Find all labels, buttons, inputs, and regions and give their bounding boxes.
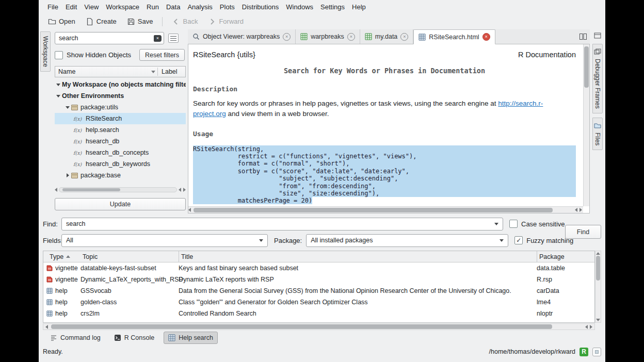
- close-icon[interactable]: ×: [347, 33, 355, 41]
- menu-item-edit[interactable]: Edit: [62, 2, 81, 12]
- r-console-tab[interactable]: R Console: [110, 332, 158, 343]
- close-icon[interactable]: ×: [400, 33, 408, 41]
- chevron-right-icon[interactable]: [64, 173, 71, 177]
- scrollbar-thumb[interactable]: [194, 208, 553, 212]
- tree-item-package-utils[interactable]: package:utils: [55, 102, 186, 113]
- tree-item-help-search[interactable]: f(x) help.search: [55, 124, 186, 136]
- search-results: Type Topic Title Package vi: [43, 249, 601, 330]
- split-view-icon[interactable]: [579, 32, 587, 41]
- column-header-topic[interactable]: Topic: [81, 251, 179, 262]
- menu-item-file[interactable]: File: [44, 2, 62, 12]
- tree-item-rsitesearch[interactable]: f(x) RSiteSearch: [55, 113, 186, 124]
- find-term-combobox[interactable]: search: [61, 218, 503, 231]
- menu-item-plots[interactable]: Plots: [216, 2, 238, 12]
- column-header-title[interactable]: Title: [179, 251, 537, 262]
- tab-object-viewer-warpbreaks[interactable]: Object Viewer: warpbreaks ×: [188, 29, 296, 44]
- debugger-frames-dock-tab[interactable]: Debugger Frames: [592, 44, 603, 113]
- menu-item-workspace[interactable]: Workspace: [102, 2, 143, 12]
- scrollbar-thumb[interactable]: [51, 324, 552, 329]
- forward-button[interactable]: Forward: [204, 16, 248, 27]
- engine-status-icon[interactable]: [592, 348, 601, 356]
- save-button[interactable]: Save: [123, 16, 157, 27]
- doc-vertical-scrollbar[interactable]: [583, 44, 589, 206]
- help-page-icon: [46, 310, 53, 317]
- scrollbar-thumb[interactable]: [584, 46, 589, 88]
- scroll-left-icon[interactable]: [575, 208, 577, 212]
- doc-horizontal-scrollbar[interactable]: [188, 206, 583, 213]
- reset-filters-button[interactable]: Reset filters: [139, 49, 185, 61]
- scroll-left-icon[interactable]: [55, 188, 57, 192]
- menu-item-windows[interactable]: Windows: [282, 2, 317, 12]
- package-combobox[interactable]: All installed packages: [306, 234, 508, 247]
- command-log-tab[interactable]: Command log: [46, 332, 105, 343]
- menu-item-help[interactable]: Help: [348, 2, 369, 12]
- scroll-right-icon[interactable]: [183, 188, 186, 192]
- close-icon[interactable]: ×: [482, 33, 490, 41]
- help-search-tab[interactable]: Help search: [164, 332, 218, 344]
- scrollbar-thumb[interactable]: [62, 188, 120, 191]
- label-column-header[interactable]: Label: [162, 68, 178, 75]
- scroll-up-icon[interactable]: [596, 252, 600, 255]
- result-row[interactable]: vignette Dynamic_LaTeX_reports_with_RSP …: [43, 274, 594, 285]
- chevron-down-icon[interactable]: [55, 84, 62, 86]
- scrollbar-thumb[interactable]: [596, 256, 600, 281]
- menu-item-run[interactable]: Run: [143, 2, 163, 12]
- detach-icon[interactable]: [593, 31, 602, 40]
- menu-item-view[interactable]: View: [81, 2, 102, 12]
- tree-item-hsearch-db[interactable]: f(x) hsearch_db: [55, 136, 186, 147]
- scroll-left-icon[interactable]: [45, 325, 48, 329]
- scroll-left-icon[interactable]: [179, 188, 181, 192]
- scroll-right-icon[interactable]: [590, 325, 592, 329]
- clear-search-icon[interactable]: ×: [154, 35, 162, 42]
- search-input[interactable]: [59, 35, 154, 42]
- fields-combobox[interactable]: All: [61, 234, 268, 247]
- menu-item-analysis[interactable]: Analysis: [184, 2, 216, 12]
- menu-item-distributions[interactable]: Distributions: [238, 2, 283, 12]
- chevron-down-icon[interactable]: [55, 95, 62, 97]
- chevron-down-icon[interactable]: [151, 71, 155, 73]
- tree-item-my-workspace[interactable]: My Workspace (no objects matching filter…: [55, 79, 186, 90]
- results-horizontal-scrollbar[interactable]: [43, 323, 595, 330]
- tree-column-header[interactable]: Name Label: [55, 66, 186, 77]
- column-header-package[interactable]: Package: [537, 251, 594, 262]
- tab-rsitesearch-html[interactable]: RSiteSearch.html ×: [413, 29, 495, 44]
- results-vertical-scrollbar[interactable]: [595, 251, 601, 323]
- tab-warpbreaks[interactable]: warpbreaks ×: [296, 29, 360, 44]
- result-row[interactable]: help golden-class Class '"golden"' and G…: [43, 297, 594, 308]
- scroll-left-icon[interactable]: [188, 208, 191, 212]
- tree-item-package-base[interactable]: package:base: [55, 170, 186, 181]
- menu-item-data[interactable]: Data: [163, 2, 184, 12]
- case-sensitive-checkbox[interactable]: [509, 220, 518, 228]
- menu-item-settings[interactable]: Settings: [317, 2, 348, 12]
- tree-item-hsearch-db-concepts[interactable]: f(x) hsearch_db_concepts: [55, 147, 186, 158]
- back-button[interactable]: Back: [168, 16, 202, 27]
- results-table: Type Topic Title Package vi: [43, 251, 595, 323]
- open-button[interactable]: Open: [44, 16, 79, 27]
- tree-item-other-environments[interactable]: Other Environments: [55, 90, 186, 102]
- scroll-down-icon[interactable]: [596, 319, 600, 321]
- create-button[interactable]: Create: [82, 16, 121, 27]
- show-hidden-checkbox[interactable]: [55, 51, 63, 59]
- files-dock-tab[interactable]: Files: [592, 118, 603, 150]
- workspace-search-field[interactable]: ×: [55, 32, 164, 44]
- function-icon: f(x): [73, 127, 83, 133]
- close-icon[interactable]: ×: [283, 33, 291, 41]
- result-row[interactable]: vignette datatable-keys-fast-subset Keys…: [43, 262, 594, 274]
- filter-options-icon[interactable]: [168, 34, 179, 43]
- find-button[interactable]: Find: [565, 225, 601, 239]
- workspace-dock-tab[interactable]: Workspace: [40, 31, 51, 72]
- r-engine-badge[interactable]: R: [579, 348, 588, 356]
- tree-item-hsearch-db-keywords[interactable]: f(x) hsearch_db_keywords: [55, 158, 186, 170]
- result-row[interactable]: help GSSvocab Data from the General Soci…: [43, 285, 594, 297]
- tree-horizontal-scrollbar[interactable]: [55, 186, 186, 193]
- scroll-left-icon[interactable]: [585, 325, 588, 329]
- column-header-type[interactable]: Type: [43, 251, 81, 262]
- fuzzy-matching-checkbox[interactable]: ✓: [514, 236, 523, 244]
- result-row[interactable]: help crs2lm Controlled Random Search nlo…: [43, 308, 594, 319]
- name-column-header[interactable]: Name: [55, 68, 75, 75]
- scroll-right-icon[interactable]: [579, 208, 582, 212]
- chevron-down-icon[interactable]: [64, 106, 71, 109]
- tab-my-data[interactable]: my.data ×: [360, 29, 414, 44]
- update-button[interactable]: Update: [55, 198, 186, 210]
- tree-item-label: hsearch_db_concepts: [86, 149, 149, 156]
